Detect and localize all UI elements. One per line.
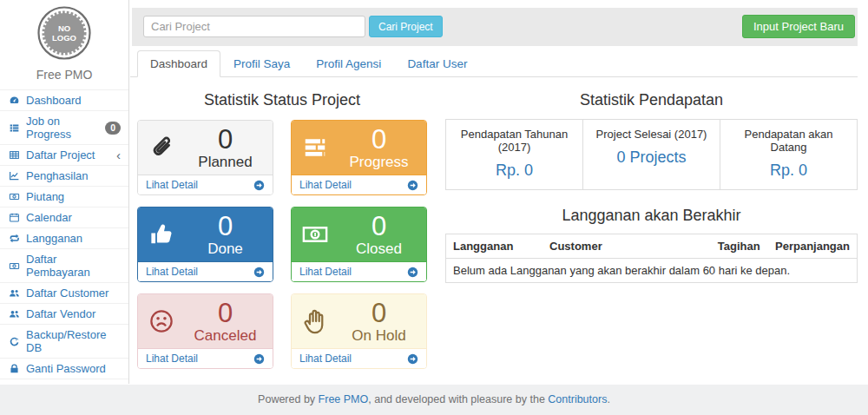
- sidebar-item-label: Job on Progress: [26, 115, 100, 141]
- sidebar-item-piutang[interactable]: Piutang: [0, 186, 128, 207]
- calendar-icon: [8, 212, 21, 223]
- lihat-detail-link-done[interactable]: Lihat Detail: [138, 261, 273, 281]
- sidebar-item-job-on-progress[interactable]: Job on Progress 0: [0, 110, 128, 144]
- hand-icon: [302, 308, 339, 334]
- chevron-left-icon: ‹: [116, 150, 121, 161]
- status-section-title: Statistik Status Project: [137, 91, 427, 109]
- users-icon: [8, 287, 21, 299]
- sidebar-item-langganan[interactable]: Langganan: [0, 227, 128, 248]
- status-card-canceled: 0 Canceled Lihat Detail: [137, 293, 273, 369]
- svg-text:LOGO: LOGO: [52, 33, 76, 43]
- col-header-tagihan: Tagihan: [711, 234, 768, 259]
- status-label: Canceled: [185, 327, 266, 344]
- sidebar-item-label: Langganan: [26, 232, 82, 245]
- arrow-circle-right-icon: [253, 180, 265, 191]
- status-count: 0: [185, 300, 266, 327]
- sidebar-item-daftar-project[interactable]: Daftar Project ‹: [0, 144, 128, 165]
- lihat-detail-link-canceled[interactable]: Lihat Detail: [138, 348, 273, 368]
- status-label: Planned: [185, 154, 266, 170]
- list-icon: [8, 122, 21, 134]
- income-section: Statistik Pendapatan Pendapatan Tahunan …: [445, 77, 858, 369]
- thumbs-up-icon: [148, 221, 185, 247]
- col-header-perpanjangan: Perpanjangan: [768, 234, 858, 259]
- topbar: Cari Project Input Project Baru: [132, 8, 858, 46]
- sidebar-item-daftar-vendor[interactable]: Daftar Vendor: [0, 303, 128, 324]
- no-logo-badge: NO LOGO: [37, 6, 91, 60]
- income-col-akan-datang: Pendapatan akan Datang Rp. 0: [720, 120, 857, 189]
- footer: Powered by Free PMO, and developed with …: [0, 385, 868, 415]
- money-icon: [302, 221, 339, 247]
- sidebar-item-label: Daftar Vendor: [26, 307, 95, 320]
- income-value: 0 Projects: [589, 148, 714, 167]
- col-header-langganan: Langganan: [446, 234, 543, 259]
- arrow-circle-right-icon: [253, 267, 265, 278]
- sidebar-item-daftar-customer[interactable]: Daftar Customer: [0, 282, 128, 303]
- sidebar-item-label: Piutang: [26, 190, 64, 203]
- subscription-section-title: Langganan akan Berakhir: [445, 207, 858, 225]
- arrow-circle-right-icon: [407, 353, 418, 365]
- arrow-circle-right-icon: [407, 180, 418, 191]
- lihat-detail-link-progress[interactable]: Lihat Detail: [292, 175, 426, 194]
- subscription-table: Langganan Customer Tagihan Perpanjangan …: [445, 234, 858, 283]
- search-button[interactable]: Cari Project: [369, 16, 443, 37]
- tab-bar: Dashboard Profil Saya Profil Agensi Daft…: [130, 50, 858, 77]
- sidebar-item-label: Calendar: [26, 211, 72, 224]
- sidebar-item-label: Daftar Pembayaran: [26, 253, 121, 279]
- income-section-title: Statistik Pendapatan: [445, 91, 858, 109]
- tab-dashboard[interactable]: Dashboard: [137, 50, 220, 77]
- search-input[interactable]: [143, 16, 365, 37]
- sidebar-item-daftar-pembayaran[interactable]: Daftar Pembayaran: [0, 248, 128, 282]
- sidebar-item-backup-restore-db[interactable]: Backup/Restore DB: [0, 324, 128, 358]
- status-card-progress: 0 Progress Lihat Detail: [291, 120, 427, 195]
- tab-daftar-user[interactable]: Daftar User: [394, 50, 480, 77]
- sidebar-item-label: Backup/Restore DB: [26, 328, 121, 354]
- status-label: Progress: [339, 154, 419, 170]
- sidebar-item-label: Ganti Password: [26, 362, 106, 375]
- logo: NO LOGO Free PMO: [0, 0, 128, 82]
- sidebar-item-label: Penghasilan: [26, 169, 89, 182]
- line-chart-icon: [8, 170, 21, 181]
- frown-icon: [148, 308, 185, 334]
- repeat-icon: [8, 233, 21, 244]
- status-label: On Hold: [339, 327, 419, 344]
- col-header-customer: Customer: [542, 234, 711, 259]
- arrow-circle-right-icon: [253, 353, 265, 365]
- arrow-circle-right-icon: [407, 267, 418, 278]
- new-project-button[interactable]: Input Project Baru: [742, 15, 855, 38]
- users-icon: [8, 308, 21, 319]
- job-count-badge: 0: [105, 122, 121, 135]
- sidebar-item-dashboard[interactable]: Dashboard: [0, 89, 128, 110]
- lihat-detail-link-on-hold[interactable]: Lihat Detail: [292, 348, 426, 368]
- table-icon: [8, 149, 21, 161]
- lihat-detail-link-planned[interactable]: Lihat Detail: [138, 175, 273, 194]
- tasks-icon: [302, 135, 339, 161]
- contributors-link[interactable]: Contributors: [548, 393, 607, 405]
- income-table: Pendapatan Tahunan (2017) Rp. 0 Project …: [445, 119, 858, 190]
- status-count: 0: [339, 300, 419, 327]
- tab-profil-saya[interactable]: Profil Saya: [220, 50, 303, 77]
- free-pmo-link[interactable]: Free PMO: [319, 393, 369, 405]
- status-count: 0: [185, 213, 266, 240]
- status-label: Closed: [339, 240, 419, 257]
- status-label: Done: [185, 240, 266, 257]
- income-value: Rp. 0: [451, 161, 577, 180]
- empty-message: Belum ada Langganan yang akan berakhir d…: [446, 259, 858, 283]
- refresh-icon: [8, 336, 21, 347]
- lihat-detail-link-closed[interactable]: Lihat Detail: [292, 261, 426, 281]
- status-count: 0: [185, 126, 266, 154]
- status-card-closed: 0 Closed Lihat Detail: [291, 207, 427, 282]
- sidebar-item-penghasilan[interactable]: Penghasilan: [0, 165, 128, 186]
- sidebar-item-label: Dashboard: [26, 94, 82, 107]
- income-col-tahunan: Pendapatan Tahunan (2017) Rp. 0: [446, 120, 582, 189]
- money-icon: [8, 191, 21, 202]
- sidebar-item-label: Daftar Project: [26, 148, 95, 161]
- sidebar-menu: Dashboard Job on Progress 0 Daftar Proje…: [0, 89, 128, 400]
- sidebar-item-ganti-password[interactable]: Ganti Password: [0, 358, 128, 379]
- brand-name: Free PMO: [0, 68, 128, 82]
- income-value: Rp. 0: [726, 161, 852, 180]
- dashboard-icon: [8, 95, 21, 106]
- tab-profil-agensi[interactable]: Profil Agensi: [303, 50, 394, 77]
- status-count: 0: [339, 126, 419, 154]
- sidebar-item-calendar[interactable]: Calendar: [0, 207, 128, 227]
- status-card-planned: 0 Planned Lihat Detail: [137, 120, 273, 195]
